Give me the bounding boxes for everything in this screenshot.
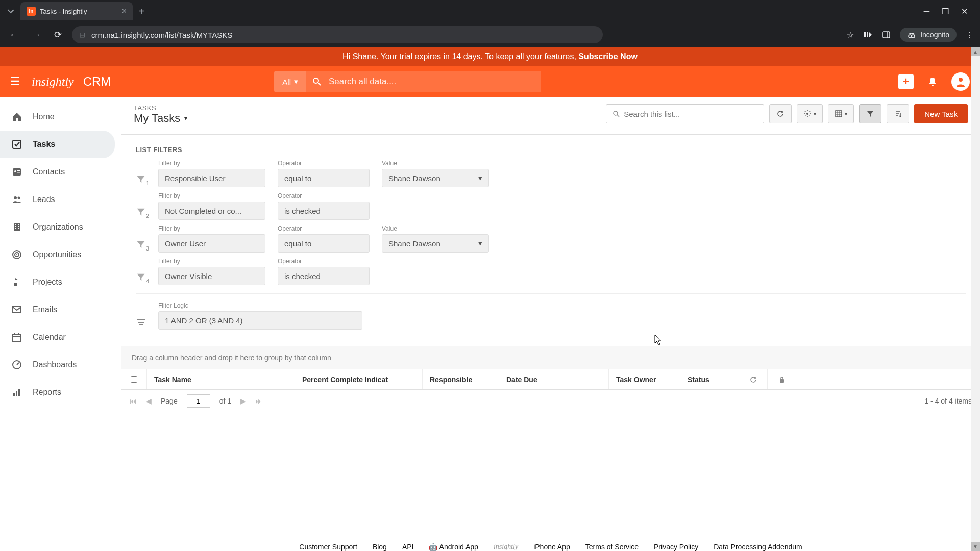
column-responsible[interactable]: Responsible: [423, 369, 499, 389]
operator-select[interactable]: equal to: [278, 234, 370, 253]
filters-panel: LIST FILTERS 1 Filter byResponsible User…: [121, 135, 980, 346]
footer-privacy-link[interactable]: Privacy Policy: [654, 543, 698, 550]
user-avatar[interactable]: [951, 72, 970, 91]
back-icon[interactable]: ←: [6, 27, 21, 43]
next-page-icon[interactable]: ▶: [240, 397, 246, 405]
svg-point-4: [909, 35, 912, 38]
column-date-due[interactable]: Date Due: [499, 369, 609, 389]
value-select[interactable]: Shane Dawson▾: [382, 234, 489, 253]
footer-terms-link[interactable]: Terms of Service: [585, 543, 639, 550]
refresh-button[interactable]: [769, 104, 792, 123]
scroll-up-icon[interactable]: ▲: [971, 47, 980, 56]
vertical-scrollbar[interactable]: ▲ ▼: [971, 47, 980, 551]
select-all-checkbox[interactable]: [121, 369, 147, 389]
browser-tab[interactable]: in Tasks - Insightly ×: [20, 2, 133, 20]
value-select[interactable]: Shane Dawson▾: [382, 169, 489, 187]
list-search-input[interactable]: [624, 110, 757, 118]
new-task-button[interactable]: New Task: [914, 104, 968, 123]
filter-button[interactable]: [859, 104, 881, 123]
list-search[interactable]: [606, 104, 764, 123]
forward-icon[interactable]: →: [29, 27, 44, 43]
browser-menu-icon[interactable]: ⋮: [966, 30, 974, 40]
column-status[interactable]: Status: [680, 369, 739, 389]
svg-point-11: [14, 170, 16, 172]
column-refresh-icon[interactable]: [739, 369, 768, 389]
sidebar-item-calendar[interactable]: Calendar: [0, 323, 121, 351]
panel-icon[interactable]: [881, 30, 891, 39]
filter-by-select[interactable]: Owner User: [158, 234, 265, 253]
sidebar-item-reports[interactable]: Reports: [0, 379, 121, 406]
footer-blog-link[interactable]: Blog: [373, 543, 387, 550]
media-icon[interactable]: [863, 30, 872, 39]
search-scope-dropdown[interactable]: All ▾: [274, 71, 306, 92]
maximize-icon[interactable]: ❐: [942, 7, 949, 16]
sidebar-item-projects[interactable]: Projects: [0, 268, 121, 296]
operator-select[interactable]: equal to: [278, 169, 370, 187]
hamburger-icon[interactable]: ☰: [10, 75, 20, 88]
site-info-icon[interactable]: ⊟: [79, 31, 85, 39]
notifications-icon[interactable]: [927, 76, 938, 87]
sidebar-item-contacts[interactable]: Contacts: [0, 158, 121, 186]
subscribe-link[interactable]: Subscribe Now: [578, 52, 638, 61]
first-page-icon[interactable]: ⏮: [130, 397, 137, 405]
url-field[interactable]: ⊟ crm.na1.insightly.com/list/Task/MYTASK…: [72, 26, 603, 43]
column-task-owner[interactable]: Task Owner: [609, 369, 680, 389]
tasks-icon: [10, 138, 23, 151]
sidebar-label: Leads: [33, 195, 55, 204]
reload-icon[interactable]: ⟳: [51, 26, 65, 43]
column-task-name[interactable]: Task Name: [147, 369, 295, 389]
footer-support-link[interactable]: Customer Support: [299, 543, 357, 550]
search-icon: [612, 110, 620, 117]
column-lock-icon[interactable]: [768, 369, 796, 389]
trial-banner-text: Hi Shane. Your trial expires in 14 days.…: [342, 52, 578, 61]
svg-rect-27: [13, 334, 21, 341]
footer-api-link[interactable]: API: [402, 543, 414, 550]
minimize-icon[interactable]: ─: [924, 7, 929, 16]
footer-android-link[interactable]: 🤖 Android App: [429, 543, 478, 550]
sidebar-item-leads[interactable]: Leads: [0, 186, 121, 213]
filter-logic-input[interactable]: 1 AND 2 OR (3 AND 4): [158, 311, 362, 330]
close-tab-icon[interactable]: ×: [122, 7, 127, 16]
home-icon: [10, 110, 23, 123]
contacts-icon: [10, 165, 23, 179]
filter-icon: 3: [136, 239, 146, 253]
sidebar-item-dashboards[interactable]: Dashboards: [0, 351, 121, 379]
group-by-hint[interactable]: Drag a column header and drop it here to…: [121, 346, 980, 369]
brand-logo[interactable]: insightly: [32, 75, 74, 89]
sort-button[interactable]: [887, 104, 909, 123]
tab-list-dropdown-icon[interactable]: [4, 5, 17, 18]
settings-dropdown-button[interactable]: ▾: [797, 104, 823, 123]
operator-select[interactable]: is checked: [278, 202, 370, 220]
sidebar-item-emails[interactable]: Emails: [0, 296, 121, 323]
filter-by-select[interactable]: Not Completed or co...: [158, 202, 265, 220]
page-title[interactable]: My Tasks ▾: [134, 112, 187, 125]
quick-add-button[interactable]: +: [898, 74, 914, 89]
filter-by-select[interactable]: Owner Visible: [158, 267, 265, 285]
filter-by-label: Filter by: [158, 258, 265, 265]
prev-page-icon[interactable]: ◀: [146, 397, 152, 405]
sidebar-item-organizations[interactable]: Organizations: [0, 213, 121, 241]
bookmark-icon[interactable]: ☆: [847, 30, 854, 40]
column-percent-complete[interactable]: Percent Complete Indicat: [295, 369, 423, 389]
global-search-group: All ▾: [274, 71, 541, 92]
operator-label: Operator: [278, 192, 370, 199]
footer-iphone-link[interactable]: iPhone App: [533, 543, 570, 550]
svg-rect-34: [16, 391, 17, 396]
operator-select[interactable]: is checked: [278, 267, 370, 285]
new-tab-button[interactable]: +: [139, 6, 145, 17]
filter-by-select[interactable]: Responsible User: [158, 169, 265, 187]
global-search-input[interactable]: [322, 71, 541, 92]
last-page-icon[interactable]: ⏭: [255, 397, 262, 405]
page-input[interactable]: [187, 394, 210, 408]
scroll-down-icon[interactable]: ▼: [971, 542, 980, 551]
footer-dpa-link[interactable]: Data Processing Addendum: [714, 543, 802, 550]
svg-rect-50: [780, 379, 784, 383]
close-window-icon[interactable]: ✕: [961, 7, 968, 16]
sidebar-item-opportunities[interactable]: Opportunities: [0, 241, 121, 268]
reports-icon: [10, 386, 23, 399]
incognito-indicator[interactable]: Incognito: [900, 28, 957, 42]
sidebar-item-home[interactable]: Home: [0, 103, 121, 131]
view-dropdown-button[interactable]: ▾: [828, 104, 854, 123]
sidebar-item-tasks[interactable]: Tasks: [0, 131, 115, 158]
opportunities-icon: [10, 248, 23, 261]
